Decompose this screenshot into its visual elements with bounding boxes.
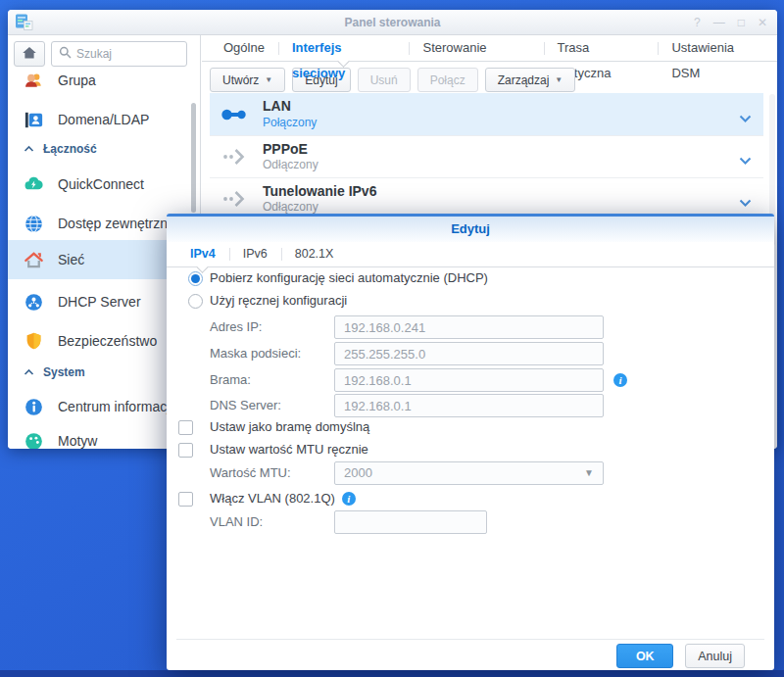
domain-ldap-icon: [22, 108, 45, 131]
delete-button[interactable]: Usuń: [358, 68, 411, 92]
select-arrow-icon: ▼: [584, 462, 594, 484]
sidebar-scrollbar[interactable]: [191, 103, 196, 213]
chevron-up-icon: [24, 365, 34, 379]
interface-list: LAN Połączony: [210, 93, 763, 219]
close-icon[interactable]: ✕: [758, 16, 767, 29]
desktop: Panel sterowania ? — □ ✕: [0, 0, 784, 677]
interface-name: Tunelowanie IPv6: [263, 183, 376, 201]
sidebar-item-label: Centrum informacji: [58, 399, 172, 414]
vlan-checkbox[interactable]: [178, 492, 193, 507]
sidebar-item-domena-ldap[interactable]: Domena/LDAP: [8, 100, 200, 139]
field-row-brama: Brama: i: [167, 368, 774, 392]
sidebar-section-label: Łączność: [43, 142, 97, 156]
interface-name: LAN: [263, 98, 317, 116]
manual-config-radio-label: Użyj ręcznej konfiguracji: [210, 293, 347, 308]
subnet-mask-label: Maska podsieci:: [210, 342, 301, 365]
footer-divider: [176, 639, 764, 640]
disconnected-icon: [220, 189, 249, 209]
dns-server-field[interactable]: [334, 394, 604, 417]
info-icon[interactable]: i: [613, 373, 627, 387]
chevron-down-icon[interactable]: [739, 110, 752, 127]
tab-sterowanie-ruchem[interactable]: Sterowanie ruchem: [409, 35, 543, 61]
globe-icon: [22, 212, 45, 235]
interface-row-pppoe[interactable]: PPPoE Odłączony: [210, 135, 763, 177]
chevron-down-icon[interactable]: [739, 152, 752, 169]
dialog-tab-bar: IPv4 IPv6 802.1X: [167, 242, 774, 267]
minimize-icon[interactable]: —: [713, 16, 725, 29]
connect-button[interactable]: Połącz: [417, 68, 478, 92]
radio-row-dhcp: Pobierz konfigurację sieci automatycznie…: [167, 269, 774, 293]
checkbox-row-default-gateway: Ustaw jako bramę domyślną: [167, 418, 774, 442]
sidebar-item-label: DHCP Server: [58, 294, 141, 310]
sidebar-item-grupa[interactable]: Grupa: [8, 61, 200, 100]
chevron-up-icon: [24, 142, 34, 156]
dhcp-server-icon: [22, 290, 45, 314]
default-gateway-checkbox-label: Ustaw jako bramę domyślną: [210, 419, 369, 434]
disconnected-icon: [220, 147, 249, 167]
create-button[interactable]: Utwórz▼: [210, 68, 285, 92]
toolbar: Utwórz▼ Edytuj Usuń Połącz Zarządzaj▼: [210, 68, 575, 92]
field-row-mtu: Wartość MTU: 2000 ▼: [167, 461, 774, 485]
shield-icon: [22, 329, 45, 353]
tab-interfejs-sieciowy[interactable]: Interfejs sieciowy: [278, 35, 410, 61]
tab-ipv6[interactable]: IPv6: [229, 242, 281, 266]
sidebar-item-label: Bezpieczeństwo: [58, 333, 157, 349]
window-title: Panel sterowania: [8, 10, 777, 35]
default-gateway-checkbox[interactable]: [178, 420, 193, 435]
sidebar-item-label: Sieć: [58, 252, 84, 267]
window-controls: ? — □ ✕: [694, 10, 767, 35]
sidebar-item-quickconnect[interactable]: QuickConnect: [8, 165, 200, 204]
mtu-selected-value: 2000: [344, 465, 372, 480]
cancel-button[interactable]: Anuluj: [685, 644, 745, 668]
dhcp-radio-label: Pobierz konfigurację sieci automatycznie…: [210, 270, 488, 285]
manage-button[interactable]: Zarządzaj▼: [485, 68, 576, 92]
theme-icon: [22, 429, 45, 449]
sidebar-section-label: System: [43, 365, 85, 379]
interface-name: PPPoE: [263, 141, 318, 159]
mtu-value-label: Wartość MTU:: [210, 461, 291, 485]
gateway-field[interactable]: [334, 368, 604, 392]
sidebar-item-label: QuickConnect: [58, 176, 144, 192]
sidebar-item-label: Dostęp zewnętrzny: [58, 216, 174, 231]
search-input[interactable]: [76, 47, 179, 61]
dhcp-radio[interactable]: [188, 271, 203, 286]
dropdown-caret-icon: ▼: [265, 75, 272, 84]
titlebar[interactable]: Panel sterowania ? — □ ✕: [8, 10, 777, 35]
tab-ogolne[interactable]: Ogólne: [210, 35, 278, 61]
radio-row-manual: Użyj ręcznej konfiguracji: [167, 292, 774, 315]
group-icon: [22, 69, 45, 92]
maximize-icon[interactable]: □: [738, 16, 745, 29]
sidebar-item-label: Domena/LDAP: [58, 112, 149, 127]
chevron-down-icon[interactable]: [739, 194, 752, 212]
tab-ipv4[interactable]: IPv4: [176, 242, 229, 266]
interface-status: Odłączony: [263, 200, 376, 215]
tab-8021x[interactable]: 802.1X: [281, 242, 348, 266]
tab-ustawienia-dsm[interactable]: Ustawienia DSM: [658, 35, 777, 61]
dialog-buttons: OK Anuluj: [616, 644, 745, 668]
interface-status: Odłączony: [263, 158, 318, 172]
vlan-id-field[interactable]: [334, 510, 487, 534]
info-icon[interactable]: i: [342, 492, 356, 506]
subnet-mask-field[interactable]: [334, 342, 604, 365]
sidebar-item-label: Motyw: [58, 433, 97, 449]
tab-trasa-statyczna[interactable]: Trasa statyczna: [544, 35, 659, 61]
sidebar-item-label: Grupa: [58, 73, 96, 88]
dns-server-label: DNS Server:: [210, 394, 281, 417]
help-icon[interactable]: ?: [694, 16, 701, 29]
interface-status: Połączony: [263, 116, 317, 130]
ok-button[interactable]: OK: [616, 644, 673, 668]
mtu-value-select[interactable]: 2000 ▼: [334, 461, 604, 485]
manual-mtu-checkbox[interactable]: [178, 443, 193, 458]
gateway-label: Brama:: [210, 368, 251, 392]
manual-config-radio[interactable]: [188, 294, 203, 309]
sidebar-section-lacznosc[interactable]: Łączność: [8, 137, 200, 161]
interface-row-lan[interactable]: LAN Połączony: [210, 93, 763, 135]
field-row-dns-server: DNS Server:: [167, 394, 774, 417]
control-panel-app-icon: [15, 13, 33, 35]
network-house-icon: [22, 248, 45, 271]
dialog-title[interactable]: Edytuj: [167, 217, 774, 242]
manual-mtu-checkbox-label: Ustaw wartość MTU ręcznie: [210, 442, 368, 457]
ip-address-field[interactable]: [334, 315, 604, 339]
dropdown-caret-icon: ▼: [555, 75, 563, 84]
field-row-adres-ip: Adres IP:: [167, 315, 774, 339]
